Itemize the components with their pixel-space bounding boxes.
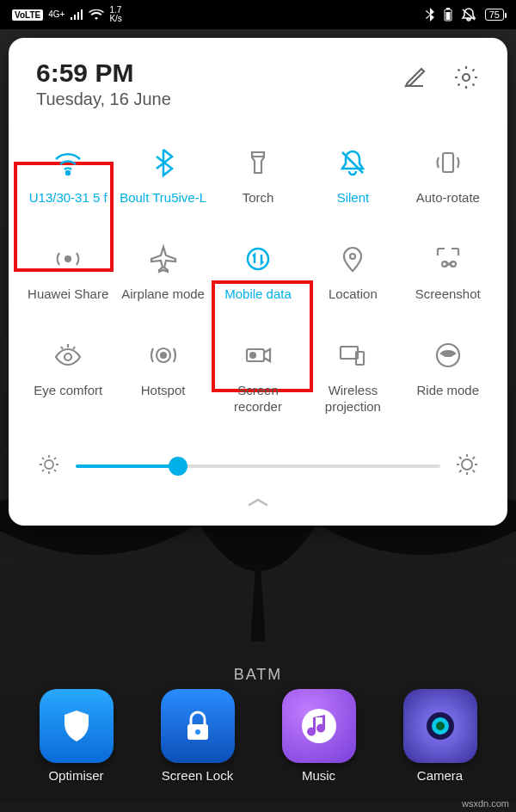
- app-dock: Optimiser Screen Lock Music Camera: [0, 689, 516, 783]
- speed-unit: K/s: [109, 15, 121, 23]
- tile-autorotate[interactable]: Auto-rotate: [401, 140, 495, 212]
- eye-icon: [52, 340, 83, 371]
- watermark: wsxdn.com: [462, 798, 509, 809]
- tile-hotspot[interactable]: Hotspot: [115, 333, 210, 421]
- tile-label: Torch: [243, 190, 274, 207]
- app-screenlock[interactable]: Screen Lock: [161, 689, 235, 783]
- tile-screenrecorder[interactable]: Screen recorder: [211, 333, 305, 421]
- torch-icon: [243, 147, 273, 178]
- app-label: Music: [302, 768, 335, 783]
- mute-status-icon: [461, 8, 476, 22]
- svg-rect-1: [446, 8, 450, 9]
- screenrecorder-icon: [243, 340, 273, 371]
- ridemode-icon: [433, 340, 464, 371]
- wifi-status-icon: [89, 9, 104, 21]
- brightness-high-icon: [456, 453, 478, 479]
- svg-point-22: [462, 459, 472, 470]
- hotspot-icon: [148, 340, 179, 371]
- bt-battery-icon: [444, 8, 452, 22]
- tile-label: Auto-rotate: [416, 190, 480, 207]
- panel-time: 6:59 PM: [36, 58, 171, 88]
- svg-point-24: [195, 729, 200, 735]
- tiles-grid: U13/30-31 5 f Boult Tru5ive-L Torch Sile…: [21, 125, 495, 436]
- tile-silent[interactable]: Silent: [305, 140, 400, 212]
- svg-rect-2: [445, 12, 450, 20]
- app-label: Screen Lock: [162, 768, 233, 783]
- tile-label: Huawei Share: [28, 286, 108, 304]
- tile-huaweishare[interactable]: Huawei Share: [21, 237, 115, 309]
- tile-airplane[interactable]: Airplane mode: [115, 237, 210, 309]
- tile-label: Location: [329, 286, 378, 304]
- projection-icon: [337, 340, 368, 371]
- battery-level: 75: [485, 9, 504, 21]
- tile-label: Boult Tru5ive-L: [120, 190, 206, 207]
- tile-torch[interactable]: Torch: [211, 140, 305, 212]
- tile-label: Hotspot: [141, 383, 186, 400]
- tile-label: Airplane mode: [121, 286, 205, 304]
- tile-label: Screen recorder: [234, 383, 282, 415]
- svg-point-9: [248, 249, 268, 269]
- svg-point-28: [436, 722, 445, 730]
- panel-date: Tuesday, 16 June: [36, 89, 171, 109]
- bluetooth-status-icon: [425, 8, 435, 22]
- tile-label: Eye comfort: [34, 383, 102, 400]
- tile-eyecomfort[interactable]: Eye comfort: [21, 333, 115, 421]
- tile-screenshot[interactable]: Screenshot: [401, 237, 495, 309]
- autorotate-icon: [433, 147, 464, 178]
- wifi-icon: [52, 147, 83, 178]
- app-music[interactable]: Music: [282, 689, 356, 783]
- svg-point-21: [45, 460, 53, 469]
- svg-rect-7: [443, 153, 453, 172]
- quick-settings-panel: 6:59 PM Tuesday, 16 June U13/30-31 5 f B…: [9, 38, 507, 526]
- svg-point-14: [161, 353, 166, 358]
- tile-label: Mobile data: [224, 286, 292, 304]
- tile-wifi[interactable]: U13/30-31 5 f: [21, 140, 115, 212]
- tile-location[interactable]: Location: [305, 237, 400, 309]
- airplane-icon: [148, 243, 179, 274]
- svg-point-5: [66, 171, 70, 175]
- location-icon: [337, 243, 368, 274]
- tile-label: Screenshot: [415, 286, 481, 304]
- tile-bluetooth[interactable]: Boult Tru5ive-L: [115, 140, 210, 212]
- app-label: Camera: [417, 768, 463, 783]
- app-camera[interactable]: Camera: [403, 689, 477, 783]
- svg-point-4: [463, 74, 470, 81]
- signal-icon: [70, 9, 83, 21]
- network-type: 4G+: [48, 10, 64, 19]
- huaweishare-icon: [52, 243, 83, 274]
- tile-wirelessprojection[interactable]: Wireless projection: [305, 333, 400, 421]
- app-label: Optimiser: [48, 768, 103, 783]
- tile-label: Ride mode: [417, 383, 480, 400]
- wallpaper-text: BATM: [234, 666, 283, 684]
- expand-handle[interactable]: [21, 484, 495, 517]
- bluetooth-icon: [148, 147, 179, 178]
- nav-bar: [0, 803, 516, 812]
- tile-label: Silent: [337, 190, 370, 207]
- svg-point-10: [350, 254, 355, 259]
- volte-badge: VoLTE: [12, 9, 43, 21]
- brightness-slider[interactable]: [76, 464, 440, 468]
- mobiledata-icon: [243, 243, 273, 274]
- svg-point-17: [250, 353, 255, 358]
- svg-point-13: [64, 354, 71, 360]
- tile-label: Wireless projection: [325, 383, 381, 415]
- tile-mobiledata[interactable]: Mobile data: [211, 237, 305, 309]
- app-optimiser[interactable]: Optimiser: [40, 689, 114, 783]
- svg-point-8: [65, 256, 71, 261]
- screenshot-icon: [433, 243, 464, 274]
- tile-label: U13/30-31 5 f: [29, 190, 108, 207]
- status-bar: VoLTE 4G+ 1.7 K/s 75: [0, 0, 516, 29]
- tile-ridemode[interactable]: Ride mode: [401, 333, 495, 421]
- settings-button[interactable]: [452, 64, 480, 95]
- silent-icon: [337, 147, 368, 178]
- edit-button[interactable]: [401, 64, 428, 95]
- brightness-row: [21, 436, 495, 484]
- brightness-low-icon: [38, 453, 60, 479]
